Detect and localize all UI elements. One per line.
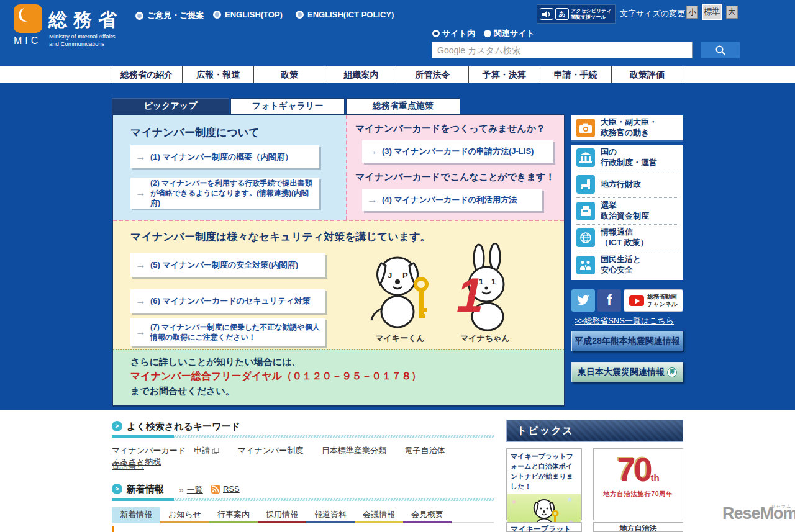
radio-site-search[interactable]: サイト内 [432,28,475,39]
keyword-link-mynumber-system[interactable]: マイナンバー制度 [238,445,304,456]
sidebar-category-list: 国の 行政制度・運営 地方行財政 選挙 政治資金制度 [571,145,683,280]
maina-chan-label: マイナちゃん [452,333,519,344]
sns-list-link[interactable]: >>総務省SNS一覧はこちら [575,315,674,327]
facebook-button[interactable]: f [597,289,621,312]
site-subtitle-line1: Ministry of Internal Affairs [49,33,115,40]
twitter-icon [576,295,590,306]
pickup-panel: マイナンバー制度について → (1) マイナンバー制度の概要（内閣府） → (2… [112,114,565,407]
news-tab-press[interactable]: 報道資料 [306,507,355,523]
tab-priority-policies[interactable]: 総務省重点施策 [346,98,460,114]
nav-budget[interactable]: 予算・決算 [468,66,540,83]
nav-organization[interactable]: 組織案内 [325,66,396,83]
arrow-icon: → [135,187,146,199]
link-4-card-utilization[interactable]: → (4) マイナンバーカードの利活用方法 [362,189,542,211]
keyword-link-e-gov[interactable]: 電子自治体 [405,445,445,456]
news-section-title: 新着情報 [127,484,164,495]
facebook-icon: f [607,292,612,309]
speaker-icon[interactable] [540,8,553,20]
link-3-label: (3) マイナンバーカードの申請方法(J-LIS) [382,146,534,157]
news-list-link[interactable]: » 一覧 [179,484,203,495]
link-english-top[interactable]: ENGLISH(TOP) [213,10,283,19]
tab-photo-gallery[interactable]: フォトギャラリー [230,98,345,114]
site-subtitle-line2: and Communications [49,40,115,48]
mic-logo-icon[interactable] [14,4,42,33]
minister-label-line2: 政務官の動き [601,128,657,138]
accessibility-label-line1: アクセシビリティ [571,8,612,14]
accessibility-tool[interactable]: あ アクセシビリティ 閲覧支援ツール [537,4,616,24]
hiragana-a-icon[interactable]: あ [555,8,569,20]
search-button[interactable] [701,42,740,58]
news-tab-meetings[interactable]: 会議情報 [355,507,403,523]
sidebar-item-safety[interactable]: 国民生活と 安心安全 [576,251,678,278]
news-tab-notice[interactable]: お知らせ [160,507,209,523]
link-5-safety-measures[interactable]: → (5) マイナンバー制度の安全対策(内閣府) [130,253,325,277]
main-content-area: ピックアップ フォトギャラリー 総務省重点施策 マイナンバー制度について → (… [0,83,795,410]
news-tab-events[interactable]: 行事案内 [209,507,258,523]
font-size-small-button[interactable]: 小 [686,6,698,19]
nav-evaluation[interactable]: 政策評価 [611,66,683,83]
tohoku-earthquake-banner[interactable]: 東日本大震災関連情報 復 [571,362,683,382]
star-icon: ★ [567,496,573,503]
topic-mykey-caption[interactable]: マイキープラットフォーム [506,522,582,532]
link-7-fraud-warning[interactable]: → (7) マイナンバー制度に便乗した不正な勧誘や個人情報の取得にご注意ください… [130,318,325,346]
svg-text:P: P [402,271,408,280]
government-building-icon [576,148,595,167]
link-1-mynumber-overview[interactable]: → (1) マイナンバー制度の概要（内閣府） [130,145,319,168]
nav-applications[interactable]: 申請・手続 [540,66,611,83]
link-2-info-linkage[interactable]: → (2) マイナンバーを利用する行政手続で提出書類が省略できるようになります。… [130,178,319,209]
rss-link[interactable]: RSS [211,484,240,494]
accessibility-tool-label: アクセシビリティ 閲覧支援ツール [571,8,612,20]
news-tab-recruit[interactable]: 採用情報 [258,507,306,523]
radio-related-sites[interactable]: 関連サイト [484,28,535,39]
card-make-heading: マイナンバーカードをつくってみませんか？ [355,123,545,135]
font-size-normal-button[interactable]: 標準 [702,4,722,20]
font-size-large-button[interactable]: 大 [726,6,738,19]
nav-about[interactable]: 総務省の紹介 [111,66,182,83]
site-subtitle: Ministry of Internal Affairs and Communi… [49,33,115,48]
link-english-ict[interactable]: ENGLISH(ICT POLICY) [296,10,394,19]
news-tab-briefings[interactable]: 会見概要 [403,507,452,523]
main-nav: 総務省の紹介 広報・報道 政策 組織案内 所管法令 予算・決算 申請・手続 政策… [0,66,795,83]
keyword-link-card-application[interactable]: マイナンバーカード 申請 [112,445,219,456]
nav-laws[interactable]: 所管法令 [397,66,468,83]
sidebar-minister-activities[interactable]: 大臣・副大臣・ 政務官の動き [571,115,683,142]
youtube-label-line2: チャンネル [647,300,678,308]
tab-pickup[interactable]: ピックアップ [112,98,229,114]
minister-label-line1: 大臣・副大臣・ [601,117,657,128]
topic-card-mykey-platform[interactable]: マイキープラットフォームと自治体ポイントナビが始まりました！ ★ ★ ★ ★ [506,448,582,520]
keyword-link-industry-classification[interactable]: 日本標準産業分類 [322,445,386,456]
safety-line2: 安心安全 [601,265,641,276]
camera-icon [576,119,595,137]
page: MIC 総務省 Ministry of Internal Affairs and… [0,0,795,532]
sidebar-item-ict[interactable]: 情報通信 （ICT 政策） [576,225,678,251]
nav-policy[interactable]: 政策 [253,66,325,83]
link-feedback[interactable]: ご意見・ご提案 [135,10,204,21]
elections-line1: 選挙 [601,201,649,211]
sidebar-item-national-admin[interactable]: 国の 行政制度・運営 [576,145,678,171]
site-title[interactable]: 総務省 [48,7,123,33]
link-3-card-application[interactable]: → (3) マイナンバーカードの申請方法(J-LIS) [362,140,553,163]
chevron-circle-icon: > [112,421,122,431]
card-usage-heading: マイナンバーカードでこんなことができます！ [355,171,555,183]
sidebar-item-elections[interactable]: 選挙 政治資金制度 [576,198,678,225]
topic-card-70th-anniversary[interactable]: 70th 地方自治法施行70周年 [593,448,683,520]
national-admin-label: 国の 行政制度・運営 [601,147,657,168]
news-list-label: 一覧 [187,484,203,495]
youtube-channel-button[interactable]: 総務省動画 チャンネル [624,289,683,312]
safety-label: 国民生活と 安心安全 [601,255,641,276]
link-english-top-label: ENGLISH(TOP) [225,10,283,19]
nav-pr[interactable]: 広報・報道 [182,66,253,83]
keyword-link-phone-number[interactable]: 電話番号 [112,461,144,472]
sidebar-item-local-admin[interactable]: 地方行財政 [576,171,678,198]
security-section: マイナンバー制度は様々なセキュリティ対策を講じています。 → (5) マイナンバ… [113,220,564,349]
contact-line1: さらに詳しいことが知りたい場合には、 [130,356,301,368]
search-input[interactable] [432,42,693,58]
link-6-card-security[interactable]: → (6) マイナンバーカードのセキュリティ対策 [130,289,325,313]
kumamoto-earthquake-banner[interactable]: 平成28年熊本地震関連情報 [571,331,683,351]
keywords-row2: 電話番号 [112,461,497,472]
news-tab-new[interactable]: 新着情報 [112,507,160,523]
topic-70th-caption[interactable]: 地方自治法 施行70周年記念 [593,522,683,532]
twitter-button[interactable] [571,289,595,312]
arrow-icon: → [367,145,378,158]
70th-number: 70 [617,451,650,488]
